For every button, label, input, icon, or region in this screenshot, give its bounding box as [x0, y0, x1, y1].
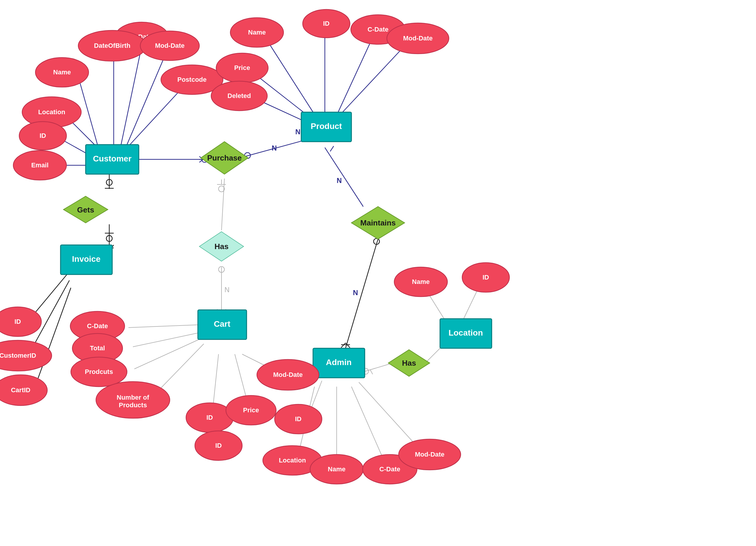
- admin-location-text: Location: [279, 457, 306, 464]
- invoice-cartid-text: CartID: [11, 386, 30, 394]
- svg-line-78: [34, 288, 71, 389]
- cart-label: Cart: [214, 319, 230, 328]
- svg-line-69: [370, 369, 373, 374]
- customer-dob-text: DateOfBirth: [94, 42, 130, 49]
- er-diagram: N N N N N: [0, 0, 756, 546]
- svg-line-67: [363, 363, 393, 372]
- svg-line-65: [351, 387, 384, 460]
- invoice-id-text: ID: [14, 318, 21, 325]
- admin-label: Admin: [326, 358, 351, 367]
- product-moddate-text: Mod-Date: [403, 35, 433, 42]
- svg-line-4: [121, 46, 142, 145]
- svg-text:N: N: [272, 144, 277, 152]
- has-loc-label: Has: [402, 358, 416, 367]
- cart-products-text: Prodcuts: [85, 368, 113, 375]
- admin-name-text: Name: [328, 465, 346, 473]
- svg-line-35: [325, 148, 363, 207]
- svg-line-38: [346, 239, 378, 348]
- admin-id-text: ID: [295, 415, 302, 423]
- location-name-text: Name: [412, 278, 430, 285]
- svg-line-6: [127, 55, 165, 145]
- svg-text:N: N: [353, 288, 358, 296]
- svg-line-56: [134, 338, 202, 369]
- svg-text:N: N: [295, 128, 300, 136]
- cart-numproducts-text2: Products: [119, 401, 147, 409]
- svg-line-57: [157, 344, 204, 392]
- has-cart-label: Has: [214, 242, 229, 251]
- location-label: Location: [449, 328, 483, 337]
- cart-total-text: Total: [90, 344, 105, 352]
- gets-label: Gets: [77, 206, 94, 214]
- customer-name-text: Name: [53, 69, 71, 76]
- cart-subid-text: ID: [215, 442, 222, 449]
- svg-text:N: N: [224, 286, 229, 294]
- admin-cdate-text: C-Date: [379, 465, 400, 473]
- product-cdate-text: C-Date: [368, 26, 389, 33]
- purchase-label: Purchase: [207, 154, 242, 162]
- customer-label: Customer: [93, 154, 132, 163]
- svg-line-54: [128, 325, 202, 327]
- product-id-text: ID: [323, 20, 330, 27]
- svg-line-24: [245, 139, 310, 157]
- maintains-label: Maintains: [360, 219, 396, 227]
- product-deleted-text: Deleted: [227, 92, 251, 100]
- svg-line-58: [213, 354, 219, 410]
- svg-line-33: [338, 35, 374, 112]
- product-price-text: Price: [234, 64, 250, 71]
- cart-numproducts-text1: Number of: [117, 394, 149, 401]
- svg-text:N: N: [337, 177, 342, 185]
- svg-line-34: [343, 43, 408, 112]
- svg-line-55: [133, 332, 202, 347]
- invoice-customerid-text: CustomerID: [0, 352, 36, 359]
- customer-email-text: Email: [31, 162, 49, 169]
- svg-line-7: [130, 87, 183, 145]
- customer-moddate-text: Mod-Date: [155, 42, 185, 49]
- customer-id-text: ID: [40, 132, 46, 139]
- svg-line-41: [341, 343, 346, 348]
- cart-id-text: ID: [206, 414, 213, 421]
- admin-moddate-text: Mod-Date: [415, 451, 444, 458]
- cart-cdate-text: C-Date: [87, 322, 108, 330]
- customer-postcode-text: Postcode: [177, 76, 206, 83]
- customer-location-text: Location: [38, 108, 65, 116]
- cart-price-text: Price: [243, 406, 259, 414]
- product-name-text: Name: [248, 29, 266, 36]
- svg-line-37: [330, 146, 334, 151]
- product-label: Product: [311, 122, 342, 131]
- svg-line-66: [359, 382, 416, 446]
- location-id-text: ID: [483, 273, 489, 281]
- invoice-label: Invoice: [72, 255, 100, 264]
- cart-moddate-text: Mod-Date: [273, 371, 303, 378]
